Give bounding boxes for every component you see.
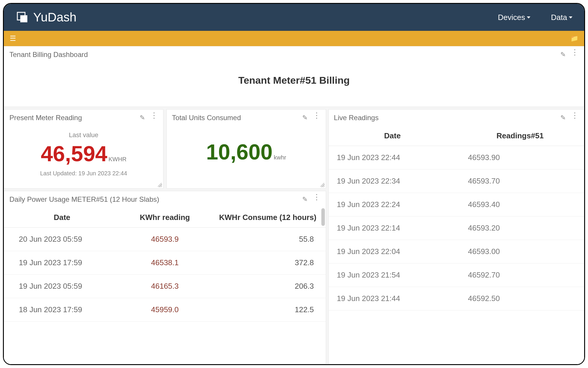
brand[interactable]: YuDash <box>16 10 76 24</box>
cell-date: 18 Jun 2023 17:59 <box>4 298 120 322</box>
cell-consume: 122.5 <box>210 298 326 322</box>
present-reading-number: 46,594 <box>41 142 107 166</box>
table-row: 19 Jun 2023 22:0446593.00 <box>329 240 584 263</box>
cell-reading: 46165.3 <box>120 275 210 298</box>
total-units-unit: kwhr <box>274 154 286 161</box>
present-reading-value: 46,594KWHR <box>10 143 157 165</box>
more-vertical-icon[interactable] <box>313 114 320 122</box>
cell-date: 19 Jun 2023 22:04 <box>329 240 456 263</box>
nav-devices[interactable]: Devices <box>498 13 530 22</box>
edit-icon[interactable] <box>140 114 145 122</box>
more-vertical-icon[interactable] <box>571 51 579 58</box>
total-units-card: Total Units Consumed 10,600kwhr <box>166 109 326 189</box>
table-row: 20 Jun 2023 05:5946593.955.8 <box>4 228 326 251</box>
live-readings-title: Live Readings <box>334 114 379 122</box>
table-row: 19 Jun 2023 22:2446593.40 <box>329 193 584 216</box>
dashboard-title-panel: Tenant Billing Dashboard Tenant Meter#51… <box>4 46 584 107</box>
total-units-number: 10,600 <box>206 140 273 164</box>
table-row: 19 Jun 2023 21:5446592.70 <box>329 263 584 287</box>
sub-toolbar: ☰ 📁 <box>4 31 584 46</box>
present-reading-last-updated: Last Updated: 19 Jun 2023 22:44 <box>10 170 157 177</box>
brand-name: YuDash <box>33 10 76 24</box>
main-heading: Tenant Meter#51 Billing <box>4 75 584 86</box>
more-vertical-icon[interactable] <box>571 114 579 122</box>
cell-date: 19 Jun 2023 21:54 <box>329 263 456 287</box>
present-meter-reading-card: Present Meter Reading Last value 46,594K… <box>4 109 163 189</box>
table-row: 19 Jun 2023 05:5946165.3206.3 <box>4 275 326 298</box>
resize-handle-icon[interactable] <box>320 183 325 187</box>
cell-date: 20 Jun 2023 05:59 <box>4 228 120 251</box>
more-vertical-icon[interactable] <box>313 196 320 203</box>
table-row: 19 Jun 2023 22:4446593.90 <box>329 146 584 169</box>
toolbar-right-icon[interactable]: 📁 <box>570 35 578 42</box>
nav-right: Devices Data <box>498 13 572 22</box>
top-navbar: YuDash Devices Data <box>4 4 584 31</box>
scrollbar-thumb[interactable] <box>321 208 325 226</box>
total-units-title: Total Units Consumed <box>172 114 241 122</box>
cell-reading: 46593.20 <box>456 216 584 240</box>
cell-reading: 46538.1 <box>120 251 210 275</box>
present-reading-title: Present Meter Reading <box>9 114 82 122</box>
table-row: 19 Jun 2023 21:4446592.50 <box>329 287 584 310</box>
cell-date: 19 Jun 2023 21:44 <box>329 287 456 310</box>
present-reading-unit: KWHR <box>108 156 126 162</box>
cell-consume: 55.8 <box>210 228 326 251</box>
edit-icon[interactable] <box>302 114 308 122</box>
cell-date: 19 Jun 2023 17:59 <box>4 251 120 275</box>
table-row: 19 Jun 2023 22:1446593.20 <box>329 216 584 240</box>
more-vertical-icon[interactable] <box>150 114 158 122</box>
table-header-row: Date Readings#51 <box>329 126 584 146</box>
col-reading: Readings#51 <box>456 126 584 146</box>
cell-consume: 206.3 <box>210 275 326 298</box>
cell-date: 19 Jun 2023 22:34 <box>329 169 456 193</box>
daily-usage-title: Daily Power Usage METER#51 (12 Hour Slab… <box>9 195 159 204</box>
table-row: 19 Jun 2023 22:3446593.70 <box>329 169 584 193</box>
nav-devices-label: Devices <box>498 13 525 22</box>
nav-data-label: Data <box>551 13 567 22</box>
cell-reading: 46593.9 <box>120 228 210 251</box>
menu-hamburger-icon[interactable]: ☰ <box>10 34 16 43</box>
chevron-down-icon <box>527 16 530 19</box>
daily-usage-panel: Daily Power Usage METER#51 (12 Hour Slab… <box>4 191 326 364</box>
table-row: 19 Jun 2023 17:5946538.1372.8 <box>4 251 326 275</box>
edit-icon[interactable] <box>302 196 308 203</box>
brand-logo-icon <box>16 11 29 24</box>
live-readings-panel: Live Readings Date Readings#51 <box>328 109 584 364</box>
cell-reading: 46592.70 <box>456 263 584 287</box>
daily-usage-table: Date KWhr reading KWHr Consume (12 hours… <box>4 208 326 322</box>
present-reading-subtitle: Last value <box>10 131 157 139</box>
chevron-down-icon <box>569 16 572 19</box>
edit-icon[interactable] <box>560 114 566 122</box>
cell-reading: 46593.90 <box>456 146 584 169</box>
cell-date: 19 Jun 2023 22:14 <box>329 216 456 240</box>
edit-icon[interactable] <box>560 51 566 58</box>
dashboard-title-label: Tenant Billing Dashboard <box>9 51 88 59</box>
live-readings-table: Date Readings#51 19 Jun 2023 22:4446593.… <box>329 126 584 310</box>
cell-date: 19 Jun 2023 22:24 <box>329 193 456 216</box>
resize-handle-icon[interactable] <box>158 183 162 187</box>
nav-data[interactable]: Data <box>551 13 572 22</box>
cell-reading: 45959.0 <box>120 298 210 322</box>
cell-date: 19 Jun 2023 05:59 <box>4 275 120 298</box>
cell-reading: 46592.50 <box>456 287 584 310</box>
cell-date: 19 Jun 2023 22:44 <box>329 146 456 169</box>
svg-rect-1 <box>20 15 27 22</box>
total-units-value: 10,600kwhr <box>173 141 320 163</box>
cell-consume: 372.8 <box>210 251 326 275</box>
col-reading: KWhr reading <box>120 208 210 228</box>
table-header-row: Date KWhr reading KWHr Consume (12 hours… <box>4 208 326 228</box>
col-date: Date <box>329 126 456 146</box>
col-consume: KWHr Consume (12 hours) <box>210 208 326 228</box>
col-date: Date <box>4 208 120 228</box>
table-row: 18 Jun 2023 17:5945959.0122.5 <box>4 298 326 322</box>
cell-reading: 46593.40 <box>456 193 584 216</box>
cell-reading: 46593.70 <box>456 169 584 193</box>
cell-reading: 46593.00 <box>456 240 584 263</box>
